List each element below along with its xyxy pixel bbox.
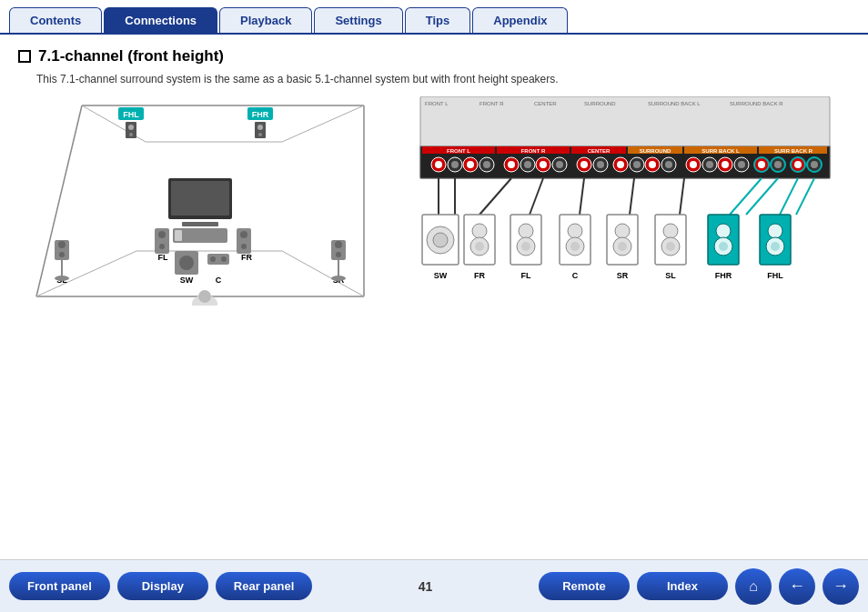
svg-point-38 (210, 256, 216, 262)
svg-point-48 (331, 276, 346, 281)
svg-text:FL: FL (521, 271, 531, 280)
svg-point-39 (221, 256, 227, 262)
tab-tips[interactable]: Tips (405, 7, 471, 33)
svg-point-45 (59, 252, 65, 257)
svg-point-96 (617, 161, 624, 168)
svg-text:FHL: FHL (767, 271, 783, 280)
section-title-text: 7.1-channel (front height) (38, 47, 224, 65)
svg-point-50 (335, 241, 342, 248)
svg-text:SURR BACK L: SURR BACK L (701, 148, 740, 154)
svg-point-147 (570, 242, 580, 251)
page-number: 41 (408, 579, 444, 594)
svg-point-165 (768, 224, 782, 238)
svg-point-76 (435, 161, 442, 168)
svg-rect-22 (182, 222, 218, 226)
svg-point-19 (258, 133, 262, 136)
svg-point-116 (794, 161, 802, 168)
tab-settings[interactable]: Settings (314, 7, 402, 33)
svg-point-145 (568, 224, 582, 238)
svg-point-110 (738, 161, 745, 168)
section-description: This 7.1-channel surround system is the … (18, 73, 850, 85)
svg-point-16 (129, 133, 133, 136)
svg-point-152 (618, 242, 627, 251)
svg-line-128 (780, 178, 798, 215)
svg-point-135 (472, 224, 487, 238)
svg-line-5 (282, 251, 364, 296)
svg-point-108 (722, 161, 729, 168)
svg-point-51 (336, 252, 341, 257)
svg-point-90 (556, 161, 563, 168)
svg-point-88 (540, 161, 547, 168)
svg-point-84 (508, 161, 515, 168)
svg-point-98 (633, 161, 641, 168)
svg-point-137 (475, 242, 484, 251)
svg-text:FRONT L: FRONT L (447, 148, 470, 154)
svg-line-124 (630, 178, 634, 215)
svg-point-112 (758, 161, 765, 168)
svg-point-82 (483, 161, 490, 168)
svg-text:SURR BACK R: SURR BACK R (774, 148, 813, 154)
tab-connections[interactable]: Connections (104, 7, 217, 33)
home-button[interactable]: ⌂ (735, 568, 772, 605)
tab-contents[interactable]: Contents (9, 7, 102, 33)
svg-point-42 (55, 276, 69, 281)
back-button[interactable]: ← (779, 568, 815, 605)
svg-text:FHR: FHR (252, 110, 269, 119)
remote-button[interactable]: Remote (539, 572, 630, 600)
svg-line-129 (796, 178, 814, 215)
svg-point-142 (521, 242, 530, 251)
svg-point-54 (198, 290, 211, 303)
bottom-nav-right: Remote Index ⌂ ← → (539, 568, 859, 605)
svg-point-78 (451, 161, 459, 168)
nav-tabs: Contents Connections Playback Settings T… (0, 0, 868, 35)
section-header: 7.1-channel (front height) (18, 47, 850, 65)
svg-point-15 (128, 125, 134, 130)
svg-text:FHL: FHL (123, 110, 139, 119)
tab-playback[interactable]: Playback (219, 7, 312, 33)
svg-point-160 (716, 224, 731, 238)
section-checkbox-icon (18, 50, 31, 63)
svg-text:SURROUND: SURROUND (584, 101, 616, 106)
home-icon: ⌂ (749, 578, 758, 595)
svg-point-100 (649, 161, 656, 168)
svg-line-125 (680, 178, 684, 215)
svg-rect-24 (175, 230, 182, 241)
index-button[interactable]: Index (637, 572, 728, 600)
front-panel-button[interactable]: Front panel (9, 572, 110, 600)
diagrams-row: FHL FHR FL (18, 96, 850, 306)
svg-rect-21 (171, 181, 229, 216)
svg-point-106 (706, 161, 713, 168)
display-button[interactable]: Display (117, 572, 208, 600)
svg-point-102 (665, 161, 672, 168)
svg-text:FRONT R: FRONT R (479, 101, 504, 106)
tab-appendix[interactable]: Appendix (472, 7, 568, 33)
rear-panel-button[interactable]: Rear panel (216, 572, 312, 600)
svg-text:FRONT L: FRONT L (425, 101, 449, 106)
svg-point-32 (241, 244, 247, 249)
svg-text:FL: FL (158, 253, 168, 262)
svg-text:SL: SL (665, 271, 676, 280)
svg-point-35 (179, 256, 194, 270)
svg-point-44 (58, 241, 66, 248)
svg-point-155 (663, 224, 678, 238)
forward-button[interactable]: → (823, 568, 859, 605)
svg-point-104 (690, 161, 697, 168)
svg-point-150 (615, 224, 630, 238)
svg-point-80 (467, 161, 474, 168)
svg-point-28 (158, 231, 166, 238)
svg-point-167 (771, 242, 780, 251)
bottom-nav-left: Front panel Display Rear panel (9, 572, 312, 600)
svg-text:SW: SW (434, 271, 448, 280)
svg-text:SW: SW (180, 276, 194, 285)
svg-text:FRONT R: FRONT R (521, 148, 546, 154)
svg-point-157 (666, 242, 675, 251)
svg-line-8 (282, 105, 364, 142)
svg-point-94 (597, 161, 604, 168)
svg-text:SURROUND BACK R: SURROUND BACK R (730, 101, 783, 106)
left-diagram: FHL FHR FL (27, 96, 382, 306)
svg-text:C: C (572, 271, 579, 280)
svg-text:CENTER: CENTER (588, 148, 611, 154)
svg-line-121 (479, 178, 511, 215)
right-diagram: FRONT L FRONT R CENTER SURROUND SURROUND… (400, 96, 850, 306)
svg-line-0 (36, 105, 82, 296)
